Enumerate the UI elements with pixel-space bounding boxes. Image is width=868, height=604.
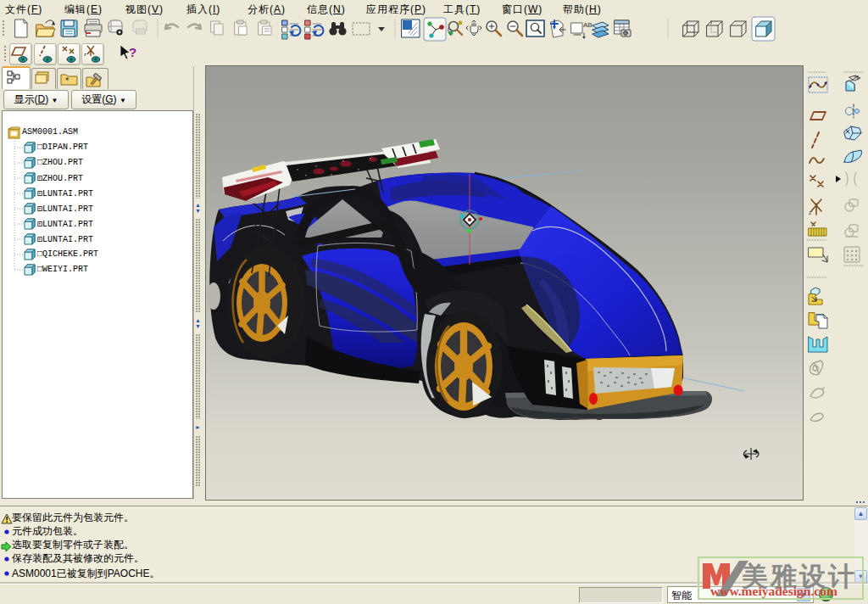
svg-text:z: z xyxy=(809,210,812,215)
svg-text:*: * xyxy=(65,76,70,86)
svg-text:?: ? xyxy=(129,45,136,59)
svg-text:AB: AB xyxy=(583,21,593,29)
svg-text:z: z xyxy=(84,52,86,57)
svg-text:www.meiyadesign.com: www.meiyadesign.com xyxy=(710,584,837,598)
